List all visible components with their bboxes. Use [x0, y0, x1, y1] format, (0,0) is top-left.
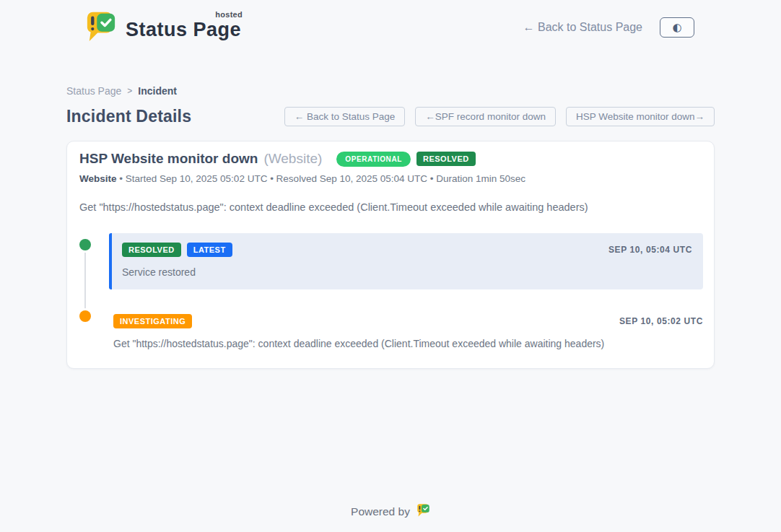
timeline-latest-badge: LATEST: [187, 243, 232, 257]
incident-card: HSP Website monitor down (Website) OPERA…: [66, 141, 715, 369]
incident-meta-details: • Started Sep 10, 2025 05:02 UTC • Resol…: [119, 173, 525, 184]
operational-status-badge: OPERATIONAL: [336, 152, 411, 167]
page-title: Incident Details: [66, 107, 191, 126]
header: Status Page hosted ← Back to Status Page…: [0, 0, 781, 45]
logo-hosted-superscript: hosted: [215, 10, 243, 19]
breadcrumb-separator: >: [127, 86, 132, 96]
logo-title: Status Page hosted: [126, 14, 241, 41]
powered-by-label: Powered by: [351, 505, 410, 518]
logo[interactable]: Status Page hosted: [85, 10, 241, 45]
incident-timeline: RESOLVED LATEST SEP 10, 05:04 UTC Servic…: [79, 233, 703, 349]
prev-incident-button[interactable]: ←SPF record monitor down: [415, 107, 556, 126]
timeline-dot-investigating: [79, 310, 91, 322]
status-page-logo-icon: [85, 10, 117, 45]
incident-description: Get "https://hostedstatus.page": context…: [79, 201, 703, 213]
timeline-entry-investigating: INVESTIGATING SEP 10, 05:02 UTC Get "htt…: [109, 313, 703, 349]
footer: Powered by © 2025-10-08 14:10:34.772084 …: [66, 503, 715, 532]
incident-meta: Website • Started Sep 10, 2025 05:02 UTC…: [79, 173, 703, 184]
timeline-entry-latest: RESOLVED LATEST SEP 10, 05:04 UTC Servic…: [109, 233, 703, 289]
timeline-entry-message: Get "https://hostedstatus.page": context…: [113, 338, 703, 349]
back-to-status-page-button[interactable]: ← Back to Status Page: [284, 107, 406, 126]
theme-toggle-button[interactable]: ◐: [660, 17, 694, 38]
timeline-entry-message: Service restored: [122, 266, 692, 278]
timeline-dot-resolved: [79, 239, 91, 250]
incident-meta-component: Website: [79, 173, 117, 184]
half-circle-theme-icon: ◐: [672, 22, 681, 33]
breadcrumb-incident: Incident: [138, 85, 177, 97]
resolved-state-badge: RESOLVED: [416, 152, 476, 166]
timeline-investigating-badge: INVESTIGATING: [113, 314, 192, 328]
header-back-to-status-page-link[interactable]: ← Back to Status Page: [523, 21, 642, 34]
incident-component: (Website): [263, 151, 322, 167]
breadcrumb-status-page[interactable]: Status Page: [66, 85, 121, 97]
hsp-logo-icon[interactable]: [416, 503, 430, 520]
timeline-entry-timestamp: SEP 10, 05:04 UTC: [608, 245, 692, 255]
incident-nav-buttons: ← Back to Status Page ←SPF record monito…: [284, 107, 715, 126]
next-incident-button[interactable]: HSP Website monitor down→: [566, 107, 715, 126]
timeline-entry-timestamp: SEP 10, 05:02 UTC: [619, 316, 703, 326]
timeline-connector-line: [84, 245, 86, 316]
timeline-resolved-badge: RESOLVED: [122, 243, 181, 257]
breadcrumb: Status Page > Incident: [66, 85, 715, 97]
incident-title: HSP Website monitor down: [79, 151, 258, 167]
